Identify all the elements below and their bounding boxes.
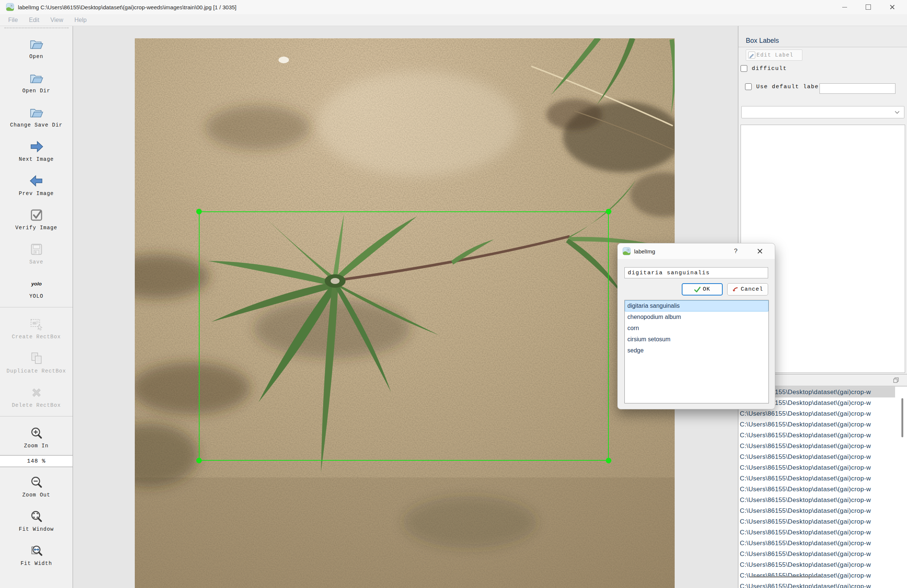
red-undo-arrow-icon — [732, 286, 739, 293]
window-title: labelImg C:\Users\86155\Desktop\dataset\… — [18, 4, 236, 10]
menu-file[interactable]: File — [8, 17, 18, 24]
file-list-item[interactable]: C:\Users\86155\Desktop\dataset\(gai)crop… — [739, 527, 895, 538]
toolbar-open-dir-button[interactable]: Open Dir — [0, 64, 73, 99]
minimize-icon — [842, 7, 847, 8]
fit-window-icon — [28, 508, 45, 525]
toolbar-fit-window-button[interactable]: Fit Window — [0, 503, 73, 537]
zoom-out-icon — [28, 474, 45, 491]
label-option[interactable]: sedge — [625, 345, 769, 356]
file-list-item[interactable]: C:\Users\86155\Desktop\dataset\(gai)crop… — [739, 451, 895, 462]
zoom-in-icon — [28, 425, 45, 442]
toolbar-label: Prev Image — [19, 190, 54, 197]
toolbar-label: Zoom Out — [22, 492, 50, 498]
menu-help[interactable]: Help — [74, 17, 87, 24]
zoom-level-spinbox[interactable]: 148 % — [0, 455, 73, 467]
labelimg-app-icon — [6, 3, 14, 11]
toolbar-delete-rectbox-button[interactable]: Delete RectBox — [0, 379, 73, 413]
file-list-horizontal-scrollbar[interactable] — [750, 576, 822, 578]
toolbar-separator — [0, 416, 73, 417]
open-dir-folder-icon — [28, 70, 45, 87]
file-list-item[interactable]: C:\Users\86155\Desktop\dataset\(gai)crop… — [739, 548, 895, 559]
toolbar-save-button[interactable]: Save — [0, 236, 73, 270]
label-option[interactable]: cirsium setosum — [625, 334, 769, 345]
toolbar-next-image-button[interactable]: Next Image — [0, 133, 73, 167]
bounding-box[interactable] — [199, 211, 609, 461]
toolbar-label: Verify Image — [15, 225, 57, 231]
minimize-button[interactable] — [833, 0, 856, 14]
file-list-item[interactable]: C:\Users\86155\Desktop\dataset\(gai)crop… — [739, 516, 895, 527]
file-list-item[interactable]: C:\Users\86155\Desktop\dataset\(gai)crop… — [739, 570, 895, 581]
file-list-item[interactable]: C:\Users\86155\Desktop\dataset\(gai)crop… — [739, 505, 895, 516]
dialog-help-button[interactable]: ? — [729, 243, 742, 259]
dialog-close-button[interactable] — [757, 248, 763, 254]
use-default-label-checkbox[interactable] — [745, 83, 752, 90]
toolbar-label: Next Image — [19, 156, 54, 162]
file-list-item[interactable]: C:\Users\86155\Desktop\dataset\(gai)crop… — [739, 581, 895, 588]
label-combobox[interactable] — [741, 106, 904, 118]
toolbar-label: Delete RectBox — [12, 402, 61, 408]
toolbar-create-rectbox-button[interactable]: Create RectBox — [0, 310, 73, 345]
toolbar-open-button[interactable]: Open — [0, 30, 73, 64]
label-option[interactable]: digitaria sanguinalis — [625, 300, 769, 312]
file-list-item[interactable]: C:\Users\86155\Desktop\dataset\(gai)crop… — [739, 441, 895, 451]
labelimg-app-icon — [623, 247, 631, 255]
toolbar-label: YOLO — [29, 293, 43, 299]
file-list-item[interactable]: C:\Users\86155\Desktop\dataset\(gai)crop… — [739, 419, 895, 430]
file-list-item[interactable]: C:\Users\86155\Desktop\dataset\(gai)crop… — [739, 408, 895, 419]
maximize-button[interactable] — [856, 0, 880, 14]
toolbar-verify-image-button[interactable]: Verify Image — [0, 201, 73, 236]
file-list-item[interactable]: C:\Users\86155\Desktop\dataset\(gai)crop… — [739, 559, 895, 570]
chevron-down-icon — [895, 111, 899, 114]
toolbar-drag-handle[interactable] — [5, 27, 69, 29]
svg-text:yolo: yolo — [31, 281, 42, 286]
dock-float-icon[interactable] — [893, 377, 899, 383]
file-list-item[interactable]: C:\Users\86155\Desktop\dataset\(gai)crop… — [739, 484, 895, 495]
file-list-item[interactable]: C:\Users\86155\Desktop\dataset\(gai)crop… — [739, 495, 895, 505]
yolo-format-icon: yolo — [28, 275, 45, 292]
file-list-item[interactable]: C:\Users\86155\Desktop\dataset\(gai)crop… — [739, 462, 895, 473]
toolbar-zoom-in-button[interactable]: Zoom In — [0, 419, 73, 454]
close-button[interactable] — [880, 0, 904, 14]
edit-label-button[interactable]: Edit Label — [746, 50, 802, 61]
file-list-item[interactable]: C:\Users\86155\Desktop\dataset\(gai)crop… — [739, 473, 895, 484]
file-list-item[interactable]: C:\Users\86155\Desktop\dataset\(gai)crop… — [739, 430, 895, 441]
toolbar-change-save-dir-button[interactable]: Change Save Dir — [0, 99, 73, 133]
open-folder-icon — [28, 35, 45, 53]
file-list-vertical-scrollbar[interactable] — [901, 398, 903, 437]
bbox-handle-bottom-left[interactable] — [196, 458, 202, 463]
toolbar-prev-image-button[interactable]: Prev Image — [0, 167, 73, 201]
difficult-row: difficult — [740, 65, 787, 72]
bbox-handle-bottom-right[interactable] — [606, 458, 611, 463]
label-name-input[interactable] — [624, 267, 768, 278]
difficult-label: difficult — [752, 66, 787, 72]
ok-button[interactable]: OK — [682, 283, 723, 296]
cancel-button[interactable]: Cancel — [727, 283, 768, 296]
toolbar-duplicate-rectbox-button[interactable]: Duplicate RectBox — [0, 345, 73, 379]
fit-width-icon — [28, 542, 45, 559]
default-label-input[interactable] — [819, 83, 896, 94]
change-save-dir-folder-icon — [28, 104, 45, 121]
train-image[interactable] — [135, 38, 675, 588]
label-options-list[interactable]: digitaria sanguinalischenopodium albumco… — [624, 300, 769, 403]
toolbar-yolo-button[interactable]: yoloYOLO — [0, 270, 73, 304]
label-option[interactable]: chenopodium album — [625, 312, 769, 323]
toolbar-label: Save — [29, 259, 43, 265]
menu-edit[interactable]: Edit — [29, 17, 40, 24]
toolbar-fit-width-button[interactable]: Fit Width — [0, 537, 73, 571]
toolbar-label: Duplicate RectBox — [7, 368, 66, 374]
difficult-checkbox[interactable] — [740, 65, 747, 72]
toolbar-label: Fit Window — [19, 526, 54, 532]
toolbar: OpenOpen DirChange Save DirNext ImagePre… — [0, 26, 73, 588]
file-list[interactable]: C:\Users\86155\Desktop\dataset\(gai)crop… — [739, 387, 907, 588]
box-labels-header: Box Labels — [738, 26, 907, 47]
label-option[interactable]: corn — [625, 323, 769, 334]
toolbar-separator — [0, 307, 73, 307]
menu-view[interactable]: View — [50, 17, 63, 24]
use-default-label-text: Use default label — [756, 84, 823, 90]
bbox-handle-top-right[interactable] — [606, 209, 611, 214]
verify-check-icon — [28, 206, 45, 224]
dialog-titlebar: labelImg — [618, 243, 775, 259]
toolbar-zoom-out-button[interactable]: Zoom Out — [0, 468, 73, 503]
bbox-handle-top-left[interactable] — [196, 209, 202, 214]
file-list-item[interactable]: C:\Users\86155\Desktop\dataset\(gai)crop… — [739, 538, 895, 548]
